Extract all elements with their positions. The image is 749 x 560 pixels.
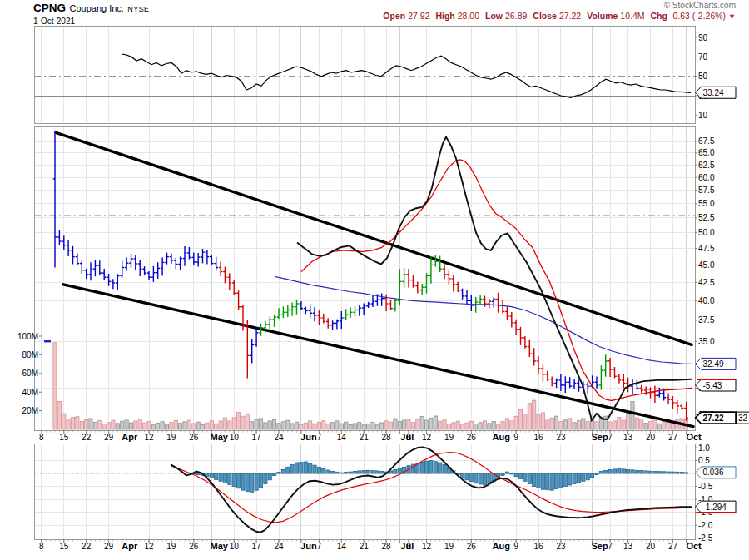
x-axis-label: 23 [556, 542, 566, 551]
x-axis-label: 21 [360, 433, 370, 442]
macd-histogram-bar [514, 473, 518, 477]
volume-bar [447, 424, 450, 429]
volume-bar [165, 424, 168, 429]
x-axis-label: 19 [444, 542, 454, 551]
macd-histogram-bar [241, 473, 245, 490]
x-axis-label: Jun [300, 432, 317, 442]
volume-bar [232, 418, 236, 429]
volume-bar [129, 423, 132, 429]
volume-bar [331, 423, 335, 429]
macd-histogram-bar [264, 473, 267, 483]
volume-bar [631, 401, 634, 429]
volume-bar [424, 420, 428, 429]
volume-bar [255, 419, 258, 429]
volume-bar [156, 423, 160, 429]
x-axis-label: Oct [686, 541, 702, 551]
volume-bar [461, 424, 464, 429]
x-axis-label: 20 [646, 433, 656, 442]
macd-histogram-bar [469, 473, 473, 482]
macd-histogram-bar [358, 471, 361, 473]
volume-bar [648, 422, 652, 430]
rsi-axis-label: 50 [698, 72, 708, 81]
macd-histogram-bar [559, 473, 563, 488]
volume-bar [384, 421, 388, 429]
x-axis-label: 15 [59, 542, 69, 551]
volume-bar [398, 422, 401, 429]
volume-bar [479, 423, 482, 429]
macd-histogram-bar [295, 463, 298, 473]
price-axis-label: 45.0 [698, 260, 715, 270]
volume-axis-label: 40M [22, 388, 38, 397]
rsi-axis-label: 90 [698, 33, 708, 42]
macd-hist-value: 0.036 [703, 468, 724, 477]
macd-histogram-bar [268, 473, 271, 480]
volume-bar [523, 414, 527, 429]
volume-bar [662, 422, 666, 430]
x-axis-label: 26 [467, 433, 477, 442]
volume-bar [443, 420, 446, 429]
x-axis-label: 10 [230, 542, 240, 551]
volume-bar [411, 423, 414, 429]
volume-bar [345, 422, 348, 429]
volume-bar [151, 424, 155, 429]
macd-histogram-bar [443, 465, 446, 473]
volume-bar [147, 421, 151, 429]
volume-bar [340, 424, 343, 429]
volume-bar [179, 424, 182, 429]
macd-histogram-bar [259, 473, 262, 488]
volume-bar [608, 422, 612, 429]
price-axis-label: 67.5 [698, 136, 715, 146]
macd-histogram-bar [300, 463, 303, 474]
volume-bar [407, 419, 410, 429]
macd-histogram-bar [644, 471, 647, 473]
price-axis-label: 37.5 [698, 315, 715, 325]
stockchart-canvas: 907050301067.565.062.560.057.555.052.550… [0, 0, 749, 560]
volume-bar [474, 424, 478, 429]
x-axis-label: 10 [230, 433, 240, 442]
volume-bar [219, 421, 222, 429]
volume-bar [85, 420, 88, 430]
x-axis-label: Oct [686, 432, 702, 442]
price-axis-label: 62.5 [698, 161, 715, 170]
macd-histogram-bar [375, 471, 379, 473]
volume-bar [107, 423, 111, 429]
volume-bar [259, 419, 262, 429]
macd-histogram-bar [640, 471, 643, 473]
macd-histogram-bar [586, 473, 589, 480]
volume-bar [434, 416, 437, 429]
ma-value: 32.49 [703, 359, 724, 369]
volume-bar [93, 422, 97, 429]
macd-histogram-bar [577, 473, 580, 483]
volume-bar [456, 421, 459, 429]
x-axis-label: 27 [668, 433, 678, 442]
macd-histogram-bar [286, 467, 290, 473]
volume-bar [403, 420, 406, 429]
volume-bar [196, 422, 200, 429]
x-axis-label: 6 [406, 433, 411, 442]
volume-bar [161, 422, 164, 429]
macd-histogram-bar [277, 473, 280, 474]
volume-bar [465, 423, 469, 429]
volume-bar [210, 421, 213, 429]
volume-bar [505, 419, 508, 429]
macd-histogram-bar [591, 473, 594, 478]
price-axis-label: 65.0 [698, 148, 715, 157]
macd-axis-label: 1.0 [698, 444, 710, 453]
volume-axis-label: 100M [17, 332, 38, 341]
volume-bar [380, 423, 384, 429]
volume-bar [559, 422, 563, 429]
volume-bar [143, 423, 146, 429]
x-axis-label: 26 [189, 433, 199, 442]
volume-bar [622, 420, 625, 429]
price-axis-label: 40.0 [698, 296, 715, 305]
volume-bar [67, 419, 70, 429]
volume-bar [62, 414, 66, 429]
x-axis-label: Sep [592, 432, 608, 442]
macd-histogram-bar [309, 463, 312, 473]
macd-histogram-bar [523, 473, 527, 481]
volume-bar [277, 424, 280, 429]
volume-bar [304, 423, 307, 429]
x-axis-label: 14 [337, 433, 347, 442]
x-axis-label: 27 [668, 542, 678, 551]
macd-histogram-bar [465, 473, 469, 480]
